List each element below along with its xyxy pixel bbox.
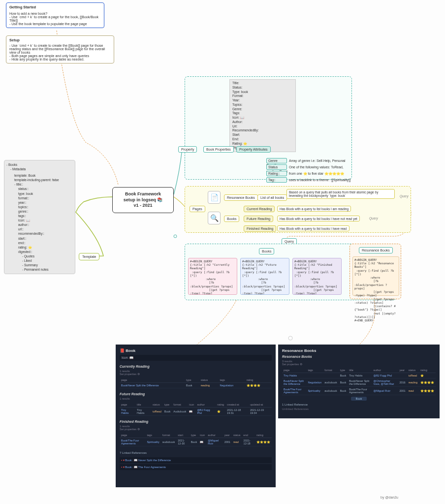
query-hint-2: Query [369,217,378,220]
book-page-screenshot: 📕 Book Icon: 📖 Currently Reading 1 resul… [116,345,276,487]
metadata-books: - Books [6,162,73,167]
attr-tag-value: uses a backlink to a theme : [[Spiritual… [289,178,350,182]
query-future-reading: #+BEGIN_QUERY {:title [:h2 "Future Readi… [240,258,289,295]
section-currently-reading: Currently Reading [120,365,272,368]
setup-line3: - Hide any property in the query-table a… [9,58,111,61]
setup-line2: - Both page pages are simple and only ha… [9,54,111,58]
pages-tab[interactable]: Pages [190,206,205,212]
metadata-line: recommendedBy:: [6,231,73,236]
attr-genre-label: Genre [266,158,287,163]
center-line3: v1 - 2021 [116,203,170,209]
finished-reading-node[interactable]: Finished Reading [244,225,276,232]
metadata-meta: - Metadata [6,167,73,171]
resonance-page-title: Resonance Books [282,348,436,353]
setup-box: Setup - Use `cmd + k` to create to creat… [6,35,114,63]
resonance-setprops[interactable]: Set properties ⚙ [282,363,436,366]
table-row: Book/Never Split the DifferenceBookreadi… [120,383,272,388]
currently-reading-table: pagetypestatustagsrating Book/Never Spli… [120,378,272,388]
paper-icon: 📄 [208,191,221,204]
center-title-node[interactable]: Book Framework setup in logseq 📚 v1 - 20… [112,187,174,213]
query-books-label[interactable]: Books [259,248,274,254]
metadata-line: - title:: [6,182,73,187]
book-properties-node[interactable]: Book Properties [203,146,234,153]
metadata-line: - Liked [6,258,73,263]
current-reading-note: Has Block with a query to list books I a… [277,206,351,212]
svg-point-1 [288,336,292,340]
table-row: Book/The Four AgreementsSpiritualityaudi… [120,438,272,446]
section-future-reading-count: 1 results [120,397,272,400]
reso-linked-references[interactable]: 1 Linked Reference [282,403,436,406]
property-tab[interactable]: Property [178,146,197,153]
setup-line1: - Use `cmd + k` to create to create the … [9,44,111,54]
query-reso-label[interactable]: Resonance Books [359,247,393,253]
metadata-line: status:: [6,187,73,191]
metadata-line: rating: ⭐ [6,245,73,250]
metadata-line: - Summary [6,263,73,267]
query-hint-1: Query [400,194,409,198]
template-node[interactable]: Template [79,253,99,260]
table-row: Tiny HabitsBookTiny Habits@BJ Fogg Phdto… [282,373,436,378]
list-all-books-node[interactable]: List of all books [257,194,287,201]
book-page-title: 📕 Book [120,348,272,353]
metadata-line: icon: 📖 [6,218,73,222]
future-reading-node[interactable]: Future Reading [244,216,273,222]
section-finished-reading: Finished Reading [120,420,272,423]
table-row: Tiny HabitsTiny HabitstoReadBookAudioboo… [120,408,272,416]
credit-text: by @dan2u [381,496,398,499]
linked-references[interactable]: 7 Linked References [120,451,272,454]
resonance-note: Based on a query that pulls all books fr… [286,189,395,199]
metadata-line: url:: [6,227,73,231]
query-currently-reading: #+BEGIN_QUERY {:title [:h2 "Currently Re… [188,258,237,295]
center-line2: setup in logseq 📚 [116,197,170,203]
attr-rating-label: Rating:: [266,171,287,176]
magnifier-icon: 🔍 [208,212,221,224]
getting-started-line2: - Use the book template to populate the … [9,22,101,26]
metadata-line: genre:: [6,209,73,214]
current-reading-node[interactable]: Current Reading [244,206,275,212]
resonance-section: Resonance Books [282,355,436,358]
section-future-reading: Future Reading [120,392,272,396]
metadata-line: digested:: [6,250,73,254]
metadata-line: - Quotes [6,254,73,258]
query-finished-reading: #+BEGIN_QUERY {:title [:h2 "Finished Rea… [292,258,342,295]
metadata-box: - Books - Metadata template: Book templa… [4,160,75,274]
linked-ref-2[interactable]: Book : 📖 The Four Agreements [125,466,166,469]
section-currently-reading-setprops[interactable]: Set properties ⚙ [120,373,272,376]
finished-reading-table: pagetagsformatstarttypeiconauthoryearsta… [120,433,272,446]
resonance-table: pagetagsformattypetitleauthoryearstatusr… [282,368,436,395]
metadata-line: year:: [6,200,73,205]
metadata-line: start:: [6,236,73,241]
getting-started-box: Getting Started How to add a new book? -… [6,2,104,28]
center-line1: Book Framework [116,191,170,197]
books-node[interactable]: Books [224,216,239,222]
metadata-line: author:: [6,222,73,227]
attr-status-label: Status [266,164,287,170]
property-attributes-node[interactable]: Property Attributes [236,146,271,153]
getting-started-line1: - Use `cmd + k` to create a page for the… [9,15,101,22]
finished-reading-note: Has Block with a query to list books I h… [277,225,350,231]
reso-unlinked-references[interactable]: Unlinked References [282,408,436,410]
metadata-line: end:: [6,241,73,245]
future-reading-note: Has Block with a query to list books I h… [277,216,360,221]
property-code-block: Title: Status: Type: book Format: Year: … [229,79,296,152]
metadata-line: type: book [6,191,73,196]
book-icon-row: Icon: 📖 [120,355,272,361]
setup-title: Setup [9,38,111,42]
table-row: Book/The Four AgreementsSpiritualityaudi… [282,387,436,395]
resonance-books-node[interactable]: Resonance Books [224,194,258,201]
metadata-line: template: Book [6,173,73,178]
metadata-line: format:: [6,196,73,200]
section-finished-reading-setprops[interactable]: Set properties ⚙ [120,428,272,431]
table-row: Book/Never Split the DifferenceNegotiati… [282,378,436,387]
metadata-line: - Permanent notes [6,267,73,272]
future-reading-table: pagetitlestatustypeformaticonauthorratin… [120,402,272,416]
linked-ref-1[interactable]: Book : 📖 Never Split the Difference [125,459,171,462]
metadata-line: template-including-parent: false [6,178,73,182]
getting-started-question: How to add a new book? [9,12,101,15]
svg-point-0 [174,235,177,238]
metadata-line: topics:: [6,205,73,209]
metadata-line: tags:: [6,214,73,218]
resonance-page-screenshot: Resonance Books Resonance Books 3 result… [278,345,440,418]
attr-rating-value: from one ⭐ to five star ⭐⭐⭐⭐⭐ [289,172,344,175]
query-resonance-group: Resonance Books #+BEGIN_QUERY {:title [:… [350,244,401,299]
